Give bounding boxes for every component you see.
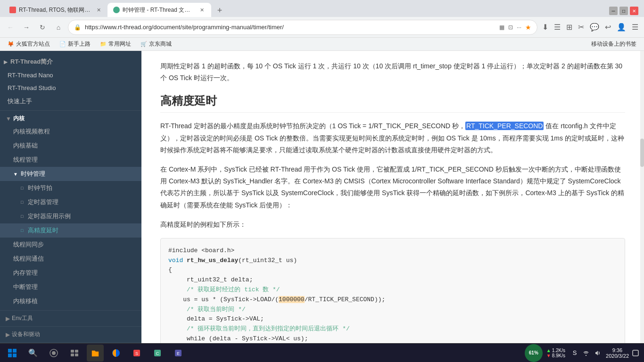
bookmark-common-icon: 📁 xyxy=(100,41,107,47)
forward-button[interactable]: → xyxy=(20,21,33,34)
code-line-8: delta = SysTick->VAL; xyxy=(168,314,617,324)
svg-text:S: S xyxy=(135,351,138,356)
bookmark-jd[interactable]: 🛒 京东商城 xyxy=(137,39,175,49)
start-button[interactable] xyxy=(4,345,21,362)
sync-icon[interactable]: 💬 xyxy=(588,21,601,33)
tab-2-favicon xyxy=(113,7,120,13)
code-line-3: { xyxy=(168,265,617,275)
net-speed-widget: ▲ 1.2K/s ▼ 8.9K/s xyxy=(546,348,565,358)
history-icon[interactable]: ☰ xyxy=(552,21,562,33)
taskbar-app3[interactable]: S xyxy=(128,345,145,362)
taskbar: 🔍 S C E 61% xyxy=(0,343,644,362)
tray-volume[interactable] xyxy=(593,348,602,358)
sidebar-example-square: □ xyxy=(21,214,23,219)
para1-before: RT-Thread 定时器的最小精度是由系统时钟节拍所决定的（1 OS Tick… xyxy=(160,122,465,130)
sidebar-item-thread-comm[interactable]: 线程间通信 xyxy=(0,252,141,266)
code-line-9: /* 循环获取当前时间，直到达到指定的时间后退出循环 */ xyxy=(168,324,617,334)
refresh-button[interactable]: ↻ xyxy=(36,21,49,34)
tab-1[interactable]: RT-Thread, RTOS, 物联网操作系... ✕ xyxy=(4,3,107,17)
sidebar: ▶ RT-Thread简介 RT-Thread Nano RT-Thread S… xyxy=(0,51,141,343)
svg-rect-1 xyxy=(13,349,17,353)
sidebar-item-timer-example[interactable]: □ 定时器应用示例 xyxy=(0,209,141,223)
tab-1-favicon xyxy=(9,7,16,13)
sidebar-item-high-precision[interactable]: □ 高精度延时 xyxy=(0,223,141,238)
net-speed-down: 8.9K/s xyxy=(552,353,565,358)
lock-icon: 🔒 xyxy=(74,24,81,31)
star-icon[interactable]: ★ xyxy=(525,24,531,31)
address-bar: ← → ↻ ⌂ 🔒 https://www.rt-thread.org/docu… xyxy=(0,17,644,38)
bookmark-newbie[interactable]: 📄 新手上路 xyxy=(56,39,94,49)
maximize-button[interactable]: □ xyxy=(619,7,628,15)
taskbar-task-view[interactable] xyxy=(66,345,83,362)
taskbar-time: 9:36 xyxy=(606,347,629,353)
back2-icon[interactable]: ↩ xyxy=(603,21,613,33)
user-icon[interactable]: 👤 xyxy=(615,21,628,33)
sidebar-section-device[interactable]: ▶ 设备和驱动 xyxy=(0,326,141,340)
sidebar-section-env[interactable]: ▶ Env工具 xyxy=(0,310,141,324)
url-box: 🔒 https://www.rt-thread.org/document/sit… xyxy=(68,20,537,35)
url-text[interactable]: https://www.rt-thread.org/document/site/… xyxy=(85,24,495,31)
sidebar-item-clock-mgmt[interactable]: ▼ 时钟管理 xyxy=(0,167,141,181)
tab-2[interactable]: 时钟管理 - RT-Thread 文档中... ✕ xyxy=(107,3,211,17)
sidebar-item-memory-mgmt[interactable]: 内存管理 xyxy=(0,266,141,280)
sidebar-item-tick[interactable]: □ 时钟节拍 xyxy=(0,181,141,195)
sidebar-item-video[interactable]: 内核视频教程 xyxy=(0,124,141,139)
sidebar-item-studio[interactable]: RT-Thread Studio xyxy=(0,82,141,94)
tab-grid-icon[interactable]: ⊞ xyxy=(564,21,574,33)
tray-ime[interactable]: S xyxy=(570,348,579,358)
screenshot2-icon[interactable]: ✂ xyxy=(576,21,586,33)
taskbar-explorer[interactable] xyxy=(87,345,104,362)
bookmark-firefox-icon: 🦊 xyxy=(8,41,14,47)
tray-notification[interactable] xyxy=(631,348,640,358)
sidebar-item-timer-mgmt[interactable]: □ 定时器管理 xyxy=(0,195,141,209)
code-block: #include <board.h> void rt_hw_us_delay(r… xyxy=(160,238,625,343)
sidebar-tick-square: □ xyxy=(21,186,23,190)
sidebar-item-quickstart[interactable]: 快速上手 xyxy=(0,94,141,108)
tab-1-close[interactable]: ✕ xyxy=(96,6,102,14)
scroll-indicator[interactable] xyxy=(640,51,644,343)
tray-network[interactable] xyxy=(581,348,591,358)
sidebar-item-nano[interactable]: RT-Thread Nano xyxy=(0,69,141,82)
more-icon[interactable]: ··· xyxy=(517,24,521,31)
back-button[interactable]: ← xyxy=(4,21,17,34)
bookmark-common[interactable]: 📁 常用网址 xyxy=(96,39,135,49)
close-button[interactable]: ✕ xyxy=(630,7,638,15)
network-widget[interactable]: 61% xyxy=(525,344,543,362)
svg-point-5 xyxy=(52,351,56,355)
download-icon[interactable]: ⬇ xyxy=(540,21,550,33)
code-line-6: us = us * (SysTick->LOAD/(1000000/RT_TIC… xyxy=(168,295,617,305)
sidebar-item-kernel-port[interactable]: 内核移植 xyxy=(0,294,141,308)
qr-icon[interactable]: ▦ xyxy=(499,24,504,31)
bookmark-mobile[interactable]: 移动设备上的书签 xyxy=(587,39,640,49)
search-button[interactable]: 🔍 xyxy=(25,345,41,362)
taskbar-app5[interactable]: E xyxy=(170,345,187,362)
sidebar-item-interrupt-mgmt[interactable]: 中断管理 xyxy=(0,280,141,294)
taskbar-app4[interactable]: C xyxy=(149,345,166,362)
code-line-7: /* 获取当前时间 */ xyxy=(168,305,617,315)
up-arrow-icon: ▲ xyxy=(546,348,551,353)
para1: RT-Thread 定时器的最小精度是由系统时钟节拍所决定的（1 OS Tick… xyxy=(160,120,625,156)
tab-2-close[interactable]: ✕ xyxy=(198,6,206,14)
svg-text:E: E xyxy=(177,351,180,356)
bookmark-firefox[interactable]: 🦊 火狐官方站点 xyxy=(4,39,54,49)
sidebar-item-basics[interactable]: 内核基础 xyxy=(0,139,141,153)
home-button[interactable]: ⌂ xyxy=(52,21,65,34)
taskbar-time-block[interactable]: 9:36 2020/3/22 xyxy=(606,347,629,359)
taskbar-date: 2020/3/22 xyxy=(606,353,629,359)
bookmark-jd-icon: 🛒 xyxy=(140,41,147,47)
sidebar-section-kernel[interactable]: ▼ 内核 xyxy=(0,110,141,124)
sidebar-item-intro[interactable]: ▶ RT-Thread简介 xyxy=(0,55,141,69)
minimize-button[interactable]: ─ xyxy=(609,7,618,15)
taskbar-cortana[interactable] xyxy=(45,345,62,362)
bookmark-firefox-label: 火狐官方站点 xyxy=(16,40,50,48)
taskbar-firefox[interactable] xyxy=(107,345,124,362)
bookmark-jd-label: 京东商城 xyxy=(149,40,172,48)
screenshot-icon[interactable]: ⊡ xyxy=(508,24,513,31)
sidebar-item-thread-sync[interactable]: 线程间同步 xyxy=(0,238,141,252)
sidebar-item-thread-mgmt[interactable]: 线程管理 xyxy=(0,153,141,167)
svg-rect-8 xyxy=(71,354,74,356)
menu-icon[interactable]: ☰ xyxy=(630,21,640,33)
add-tab-button[interactable]: + xyxy=(213,4,226,17)
down-arrow-icon: ▼ xyxy=(546,353,551,358)
svg-rect-0 xyxy=(8,349,12,353)
